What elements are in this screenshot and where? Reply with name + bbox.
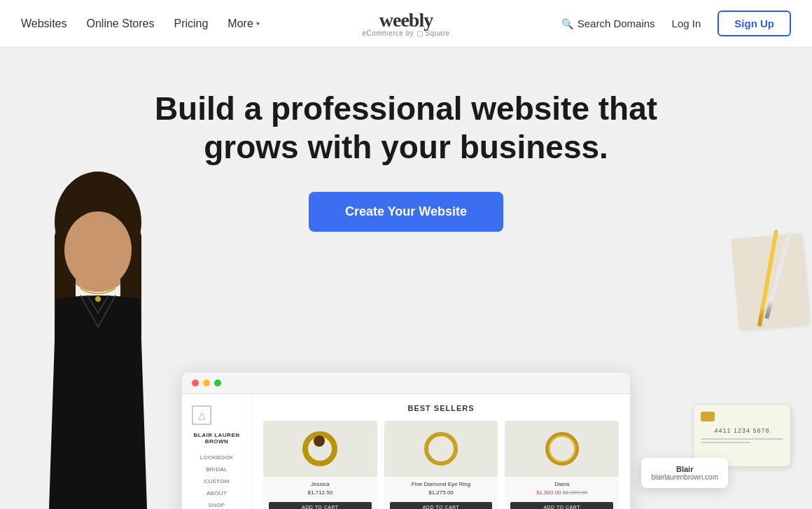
desk-illustration: 4411 1234 5678 Blair blairlaurenbrown.co… (672, 229, 812, 509)
card-line-2 (701, 442, 750, 443)
ring-image-jessica (302, 431, 337, 466)
store-logo-icon (192, 405, 211, 425)
create-website-button[interactable]: Create Your Website (309, 192, 503, 232)
product-image-diamond (384, 421, 498, 477)
product-name-diamond: Fine Diamond Eye Ring (390, 481, 493, 487)
logo-wordmark: weebly (362, 11, 449, 30)
hero-title: Build a professional website that grows … (144, 90, 668, 167)
browser-bar (182, 372, 630, 394)
nav-right: 🔍 Search Domains Log In Sign Up (561, 11, 791, 36)
store-main: BEST SELLERS Jessica $1,712.50 ADD TO CA… (252, 394, 630, 509)
blair-url-text: blairlaurenbrown.com (651, 473, 718, 481)
browser-mockup: BLAIR LAUREN BROWN LOOKBOOK BRIDAL CUSTO… (182, 372, 630, 509)
add-to-cart-diamond[interactable]: ADD TO CART (390, 502, 493, 509)
nav-websites[interactable]: Websites (21, 18, 67, 30)
hero-person-image (0, 159, 196, 509)
add-to-cart-diana[interactable]: ADD TO CART (510, 502, 613, 509)
product-info-diamond: Fine Diamond Eye Ring $1,275.00 ADD TO C… (384, 477, 498, 509)
product-card-jessica: Jessica $1,712.50 ADD TO CART (263, 421, 377, 509)
login-link[interactable]: Log In (672, 18, 701, 29)
store-sidebar: BLAIR LAUREN BROWN LOOKBOOK BRIDAL CUSTO… (182, 394, 252, 509)
logo-subtext: eCommerce by ▢ Square (362, 30, 449, 37)
ring-image-diana (545, 432, 579, 466)
browser-dot-red (192, 379, 199, 386)
store-nav-bridal: BRIDAL (192, 466, 241, 473)
product-price-diana: $1,900.00 $2,299.00 (510, 489, 613, 496)
product-price-diamond: $1,275.00 (390, 489, 493, 496)
svg-point-5 (95, 296, 101, 302)
ring-image-diamond (424, 432, 458, 466)
nav-pricing[interactable]: Pricing (174, 18, 208, 30)
nav-left: Websites Online Stores Pricing More ▾ (21, 18, 260, 30)
nav-more[interactable]: More ▾ (227, 18, 259, 30)
add-to-cart-jessica[interactable]: ADD TO CART (269, 502, 372, 509)
card-signature-lines (701, 438, 783, 443)
product-image-diana (505, 421, 619, 477)
sale-price-diana: $1,900.00 (536, 489, 561, 496)
browser-dot-green (214, 379, 221, 386)
card-chip-icon (701, 412, 715, 421)
hero-section: Build a professional website that grows … (0, 48, 812, 509)
svg-point-4 (64, 211, 132, 288)
product-price-jessica: $1,712.50 (269, 489, 372, 496)
browser-content: BLAIR LAUREN BROWN LOOKBOOK BRIDAL CUSTO… (182, 394, 630, 509)
store-brand-name: BLAIR LAUREN BROWN (192, 432, 241, 445)
original-price-diana: $2,299.00 (563, 489, 588, 496)
navbar: Websites Online Stores Pricing More ▾ we… (0, 0, 812, 48)
card-number-text: 4411 1234 5678 (701, 427, 783, 434)
best-sellers-title: BEST SELLERS (263, 404, 619, 412)
nav-logo[interactable]: weebly eCommerce by ▢ Square (362, 11, 449, 37)
store-nav-shop: SHOP (192, 502, 241, 508)
store-nav-custom: CUSTOM (192, 478, 241, 484)
blair-name-text: Blair (651, 465, 718, 473)
product-info-jessica: Jessica $1,712.50 ADD TO CART (263, 477, 377, 509)
notebook-illustration (732, 233, 809, 330)
store-layout: BLAIR LAUREN BROWN LOOKBOOK BRIDAL CUSTO… (182, 394, 630, 509)
product-grid: Jessica $1,712.50 ADD TO CART Fine D (263, 421, 619, 509)
store-nav-about: ABOUT (192, 490, 241, 496)
search-domains-link[interactable]: 🔍 Search Domains (561, 18, 655, 29)
browser-dot-yellow (203, 379, 210, 386)
search-icon: 🔍 (561, 18, 573, 29)
nav-online-stores[interactable]: Online Stores (87, 18, 155, 30)
card-line-1 (701, 438, 783, 440)
product-card-diamond: Fine Diamond Eye Ring $1,275.00 ADD TO C… (384, 421, 498, 509)
chevron-down-icon: ▾ (256, 20, 260, 27)
store-nav-lookbook: LOOKBOOK (192, 454, 241, 461)
product-name-diana: Diana (510, 481, 613, 487)
signup-button[interactable]: Sign Up (718, 11, 791, 36)
product-info-diana: Diana $1,900.00 $2,299.00 ADD TO CART (505, 477, 619, 509)
product-name-jessica: Jessica (269, 481, 372, 487)
blair-info-card: Blair blairlaurenbrown.com (641, 458, 728, 488)
product-card-diana: Diana $1,900.00 $2,299.00 ADD TO CART (505, 421, 619, 509)
product-image-jessica (263, 421, 377, 477)
